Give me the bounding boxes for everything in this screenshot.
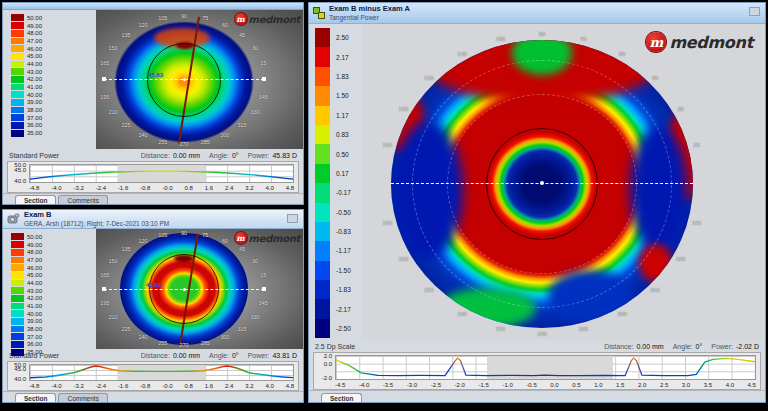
meridian-angle-label: 345 [691, 220, 703, 226]
axis-tick-label: 3.2 [245, 382, 253, 390]
color-swatch [11, 84, 24, 91]
color-scale-label: 49.00 [27, 242, 42, 248]
color-scale-label: 47.00 [27, 38, 42, 44]
axis-tick-label: 4.0 [265, 184, 273, 192]
axis-tick-label: -1.0 [502, 381, 512, 389]
color-scale-entry: 44.00 [11, 279, 42, 287]
exam-b-body: 50.0049.0048.0047.0046.0045.0044.0043.00… [3, 229, 303, 349]
color-scale-entry: -0.17 [315, 183, 351, 202]
meridian-angle-label: 270 [536, 331, 548, 337]
axis-tick-label: 3.5 [704, 381, 712, 389]
tab-section[interactable]: Section [15, 393, 56, 403]
axis-tick-label: 1.6 [205, 184, 213, 192]
titlebar-button[interactable] [287, 214, 298, 223]
color-scale-entry: 49.00 [11, 22, 42, 30]
topography-map-exam-a[interactable]: 45.83 1530456075901051201351501651952102… [96, 10, 303, 149]
meridian-angle-label: 165 [99, 272, 111, 278]
color-scale-label: -1.83 [336, 286, 351, 293]
difference-subtitle: Tangential Power [329, 14, 410, 21]
color-scale-entry: 47.00 [11, 256, 42, 264]
section-plot-difference[interactable]: 2.00.0-2.0 -4.5-4.0-3.5-3 [313, 352, 761, 390]
cursor-readout: Distance: 0.00 mm Angle: 0° Power: 43.81… [141, 352, 297, 359]
axis-tick-label: 2.4 [225, 184, 233, 192]
meridian-angle-label: 195 [99, 300, 111, 306]
meridian-angle-label: 195 [381, 220, 393, 226]
meridian-angle-label: 345 [257, 94, 269, 100]
axis-tick-label: 1.6 [205, 382, 213, 390]
difference-titlebar[interactable]: Exam B minus Exam A Tangential Power [309, 3, 765, 24]
section-plot-exam-a[interactable]: 50.045.040.0 -4.8-4.0-3.2-2.4-1.6-0.8-0.… [7, 161, 299, 193]
difference-map-icon [313, 7, 325, 19]
exam-b-titlebar[interactable]: Exam B GERA, Arsh (18712); Right; 7-Dec-… [3, 210, 303, 229]
axis-tick-label: -0.0 [162, 382, 172, 390]
color-scale-entry: 39.00 [11, 99, 42, 107]
meridian-angle-label: 105 [157, 232, 169, 238]
color-scale-label: 35.00 [27, 130, 42, 136]
tab-section[interactable]: Section [321, 393, 362, 403]
power-value: 43.81 D [272, 352, 297, 359]
difference-status-row: 2.5 Dp Scale Distance: 0.00 mm Angle: 0°… [309, 340, 765, 352]
axis-tick-label: -4.8 [29, 184, 39, 192]
color-scale-entry: -1.83 [315, 280, 351, 299]
color-scale-label: 46.00 [27, 46, 42, 52]
difference-body: 2.502.171.831.501.170.830.500.17-0.17-0.… [309, 24, 765, 340]
color-swatch [315, 261, 330, 280]
meridian-angle-label: 255 [157, 139, 169, 145]
color-scale-label: -1.17 [336, 247, 351, 254]
meridian-angle-label: 315 [236, 122, 248, 128]
color-scale-label: 40.00 [27, 311, 42, 317]
tab-comments[interactable]: Comments [58, 393, 107, 403]
exam-a-panel: 50.0049.0048.0047.0046.0045.0044.0043.00… [2, 2, 304, 205]
color-scale-label: 49.00 [27, 23, 42, 29]
color-swatch [11, 114, 24, 121]
axis-tick-label: 4.0 [265, 382, 273, 390]
color-scale-entry: 0.83 [315, 125, 351, 144]
meridian-angle-label: 195 [99, 94, 111, 100]
color-scale-entry: 38.00 [11, 325, 42, 333]
color-swatch [11, 241, 24, 248]
meridian-angle-label: 345 [257, 300, 269, 306]
axis-tick-label: -4.8 [29, 382, 39, 390]
topography-map-exam-b[interactable]: 43.81 1530456075901051201351501651952102… [96, 229, 303, 349]
axis-tick-label: 45.0 [14, 167, 26, 173]
meridian-angle-label: 330 [249, 314, 261, 320]
meridian-angle-label: 30 [249, 258, 261, 264]
exam-a-titlebar[interactable] [3, 3, 303, 10]
color-swatch [11, 318, 24, 325]
color-scale-label: 41.00 [27, 303, 42, 309]
color-swatch [11, 303, 24, 310]
meridian-angle-label: 45 [236, 246, 248, 252]
tab-section[interactable]: Section [15, 195, 56, 205]
meridian-angle-label: 30 [675, 106, 687, 112]
section-plot-area[interactable] [29, 364, 294, 381]
axis-tick-label: 4.8 [286, 184, 294, 192]
color-scale-label: 37.00 [27, 334, 42, 340]
color-swatch [315, 280, 330, 299]
axis-tick-label: 4.0 [726, 381, 734, 389]
color-scale-entry: 42.00 [11, 76, 42, 84]
color-scale-label: 1.17 [336, 112, 349, 119]
angle-value: 0° [696, 343, 703, 350]
color-swatch [11, 68, 24, 75]
color-scale-entry: 50.00 [11, 14, 42, 22]
color-scale-entry: -2.50 [315, 319, 351, 338]
section-curve [30, 365, 293, 380]
axis-tick-label: -1.6 [118, 382, 128, 390]
color-swatch [11, 295, 24, 302]
color-swatch [11, 341, 24, 348]
tab-comments[interactable]: Comments [58, 195, 107, 205]
color-scale-entry: 40.00 [11, 310, 42, 318]
color-swatch [11, 272, 24, 279]
power-value: 45.83 D [272, 152, 297, 159]
section-plot-area[interactable] [29, 164, 294, 183]
color-scale-label: 37.00 [27, 115, 42, 121]
titlebar-button[interactable] [749, 7, 760, 16]
color-scale-label: 48.00 [27, 30, 42, 36]
section-plot-exam-b[interactable]: 50.045.040.0 -4.8-4.0-3.2-2.4-1.6-0.8- [7, 361, 299, 391]
color-swatch [315, 125, 330, 144]
meridian-angle-label: 210 [397, 256, 409, 262]
difference-map-area[interactable]: 1530456075901051201351501651952102252402… [361, 24, 763, 340]
medmont-wordmark: medmont [669, 33, 753, 52]
section-plot-area[interactable] [335, 355, 756, 380]
meridian-angle-label: 60 [616, 51, 628, 57]
